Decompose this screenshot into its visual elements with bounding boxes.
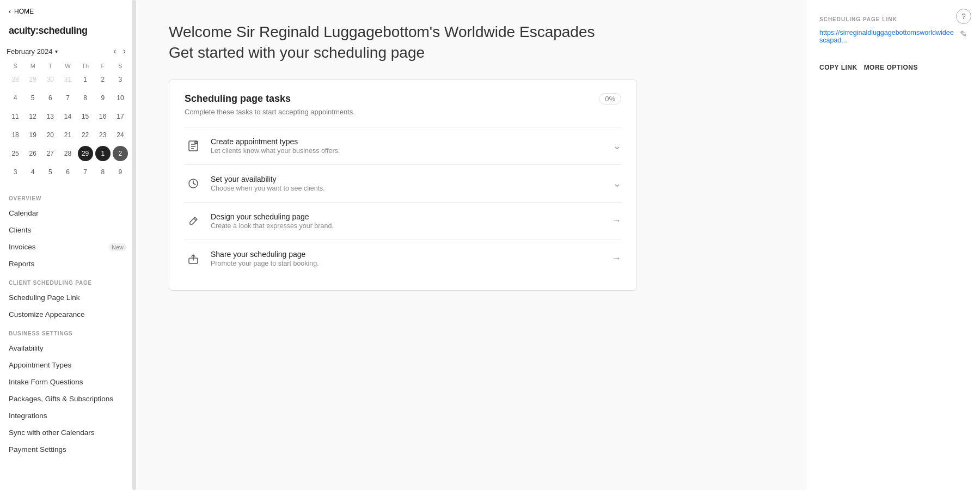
sidebar-item-appointment-types[interactable]: Appointment Types: [0, 357, 136, 373]
calendar-day[interactable]: 6: [59, 163, 76, 181]
calendar-day[interactable]: 19: [24, 126, 41, 144]
calendar-day[interactable]: 31: [59, 70, 76, 89]
availability-icon: [185, 175, 202, 192]
calendar-day[interactable]: 6: [41, 89, 59, 107]
invoices-badge: New: [108, 243, 127, 251]
tasks-progress: 0%: [599, 93, 621, 105]
sidebar: ‹ HOME acuity:scheduling February 2024 ▾…: [0, 0, 136, 490]
sidebar-item-clients[interactable]: Clients: [0, 222, 136, 238]
task-name-3: Design your scheduling page: [211, 212, 334, 221]
calendar-day[interactable]: 7: [59, 89, 76, 107]
sidebar-item-calendar[interactable]: Calendar: [0, 205, 136, 222]
calendar-day[interactable]: 3: [112, 70, 129, 89]
task-desc-4: Promote your page to start booking.: [211, 260, 319, 267]
calendar-day[interactable]: 27: [41, 144, 59, 163]
design-icon: [185, 212, 202, 230]
sidebar-item-availability[interactable]: Availability: [0, 340, 136, 357]
calendar-day[interactable]: 22: [77, 126, 94, 144]
svg-line-9: [193, 183, 195, 185]
calendar-day[interactable]: 4: [7, 89, 24, 107]
calendar-day[interactable]: 25: [7, 144, 24, 163]
task-create-appointment-types[interactable]: Create appointment types Let clients kno…: [185, 127, 621, 164]
calendar-prev-button[interactable]: ‹: [110, 45, 119, 57]
calendar-day[interactable]: 7: [77, 163, 94, 181]
tasks-card: Scheduling page tasks 0% Complete these …: [169, 79, 637, 291]
help-button[interactable]: ?: [956, 9, 971, 24]
task-share-scheduling-page[interactable]: Share your scheduling page Promote your …: [185, 240, 621, 277]
calendar-day[interactable]: 28: [59, 144, 76, 163]
calendar-day[interactable]: 20: [41, 126, 59, 144]
calendar-day[interactable]: 9: [94, 89, 112, 107]
calendar-month[interactable]: February 2024 ▾: [7, 47, 58, 56]
task-name-4: Share your scheduling page: [211, 250, 319, 259]
right-panel: SCHEDULING PAGE LINK https://sirreginald…: [806, 0, 980, 490]
scheduling-page-link[interactable]: https://sirreginaldluggagebottomsworldwi…: [819, 29, 955, 44]
calendar-day[interactable]: 1: [77, 70, 94, 89]
appointment-types-icon: [185, 137, 202, 155]
client-scheduling-section-label: CLIENT SCHEDULING PAGE: [0, 272, 136, 289]
calendar-day[interactable]: 5: [41, 163, 59, 181]
task-chevron-down-icon-1: ⌄: [613, 140, 621, 152]
calendar-day[interactable]: 24: [112, 126, 129, 144]
calendar-day[interactable]: 16: [94, 107, 112, 126]
edit-icon[interactable]: ✎: [960, 29, 967, 39]
app-logo: acuity:scheduling: [0, 21, 136, 45]
sidebar-item-invoices[interactable]: Invoices New: [0, 238, 136, 255]
calendar-day[interactable]: 14: [59, 107, 76, 126]
calendar-next-button[interactable]: ›: [120, 45, 129, 57]
overview-section-label: OVERVIEW: [0, 188, 136, 205]
task-arrow-right-icon-4: →: [611, 253, 621, 264]
calendar-day[interactable]: 29: [24, 70, 41, 89]
task-chevron-down-icon-2: ⌄: [613, 177, 621, 189]
calendar-day[interactable]: 28: [7, 70, 24, 89]
calendar-day[interactable]: 8: [77, 89, 94, 107]
main-content: Welcome Sir Reginald Luggagebottom's Wor…: [136, 0, 806, 490]
home-link[interactable]: ‹ HOME: [0, 0, 136, 21]
calendar-day[interactable]: 2: [94, 70, 112, 89]
sidebar-item-sync-other-calendars[interactable]: Sync with other Calendars: [0, 424, 136, 441]
task-desc-3: Create a look that expresses your brand.: [211, 222, 334, 230]
calendar-day[interactable]: 18: [7, 126, 24, 144]
calendar-day[interactable]: 4: [24, 163, 41, 181]
svg-line-10: [194, 218, 196, 220]
calendar-day[interactable]: 2: [112, 144, 129, 163]
panel-label: SCHEDULING PAGE LINK: [819, 16, 967, 22]
sidebar-item-customize-appearance[interactable]: Customize Appearance: [0, 306, 136, 323]
calendar-day[interactable]: 29: [77, 144, 94, 163]
sidebar-item-payment-settings[interactable]: Payment Settings: [0, 441, 136, 458]
task-desc-2: Choose when you want to see clients.: [211, 185, 325, 192]
copy-link-button[interactable]: COPY LINK: [819, 64, 857, 71]
calendar-day[interactable]: 15: [77, 107, 94, 126]
dropdown-icon: ▾: [55, 48, 58, 54]
task-name-2: Set your availability: [211, 175, 325, 183]
calendar-day[interactable]: 30: [41, 70, 59, 89]
task-name-1: Create appointment types: [211, 137, 340, 146]
calendar-day[interactable]: 9: [112, 163, 129, 181]
calendar-day[interactable]: 8: [94, 163, 112, 181]
calendar-day[interactable]: 5: [24, 89, 41, 107]
calendar-day[interactable]: 10: [112, 89, 129, 107]
calendar-day[interactable]: 13: [41, 107, 59, 126]
calendar-day[interactable]: 11: [7, 107, 24, 126]
task-design-scheduling-page[interactable]: Design your scheduling page Create a loo…: [185, 202, 621, 240]
calendar: February 2024 ▾ ‹ › SMTWThFS 28293031123…: [0, 45, 136, 188]
task-set-availability[interactable]: Set your availability Choose when you wa…: [185, 164, 621, 202]
sidebar-item-intake-form-questions[interactable]: Intake Form Questions: [0, 373, 136, 390]
calendar-day[interactable]: 12: [24, 107, 41, 126]
calendar-day[interactable]: 1: [94, 144, 112, 163]
home-label: HOME: [14, 8, 34, 15]
calendar-day[interactable]: 23: [94, 126, 112, 144]
share-icon: [185, 250, 202, 267]
sidebar-item-integrations[interactable]: Integrations: [0, 407, 136, 424]
calendar-day[interactable]: 17: [112, 107, 129, 126]
calendar-day[interactable]: 3: [7, 163, 24, 181]
sidebar-item-reports[interactable]: Reports: [0, 255, 136, 272]
task-desc-1: Let clients know what your business offe…: [211, 147, 340, 155]
sidebar-item-scheduling-page-link[interactable]: Scheduling Page Link: [0, 289, 136, 306]
calendar-day[interactable]: 21: [59, 126, 76, 144]
more-options-button[interactable]: MORE OPTIONS: [864, 64, 918, 71]
page-title: Welcome Sir Reginald Luggagebottom's Wor…: [169, 22, 784, 63]
tasks-subtitle: Complete these tasks to start accepting …: [185, 108, 621, 116]
calendar-day[interactable]: 26: [24, 144, 41, 163]
sidebar-item-packages-gifts-subscriptions[interactable]: Packages, Gifts & Subscriptions: [0, 390, 136, 407]
